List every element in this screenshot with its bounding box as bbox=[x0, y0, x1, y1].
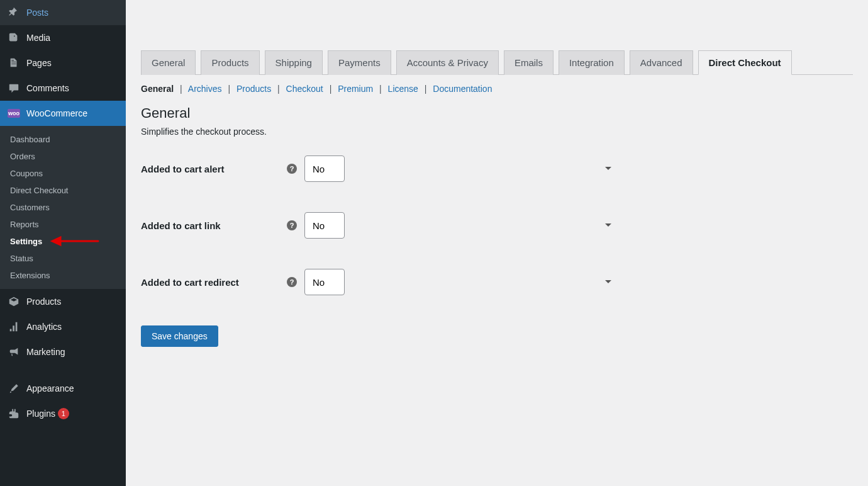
sidebar-item-label: Plugins bbox=[26, 409, 55, 419]
tab-products[interactable]: Products bbox=[201, 50, 259, 75]
field-label: Added to cart link bbox=[141, 220, 221, 231]
tab-payments[interactable]: Payments bbox=[328, 50, 391, 75]
sidebar-item-label: Media bbox=[26, 33, 50, 43]
field-label: Added to cart alert bbox=[141, 164, 225, 174]
field-added-to-cart-link: Added to cart link ? No bbox=[141, 212, 853, 239]
sidebar-item-marketing[interactable]: Marketing bbox=[0, 339, 126, 364]
subtab-documentation[interactable]: Documentation bbox=[433, 84, 492, 94]
sidebar-item-media[interactable]: Media bbox=[0, 25, 126, 50]
tab-accounts-privacy[interactable]: Accounts & Privacy bbox=[396, 50, 499, 75]
field-label: Added to cart redirect bbox=[141, 277, 239, 288]
submenu-item-status[interactable]: Status bbox=[0, 250, 126, 267]
tab-direct-checkout[interactable]: Direct Checkout bbox=[698, 50, 792, 75]
sidebar-item-analytics[interactable]: Analytics bbox=[0, 314, 126, 339]
tab-emails[interactable]: Emails bbox=[504, 50, 554, 75]
woo-icon: woo bbox=[8, 107, 20, 120]
sidebar-item-label: Analytics bbox=[26, 322, 62, 332]
field-added-to-cart-redirect: Added to cart redirect ? No bbox=[141, 269, 853, 295]
submenu-item-settings[interactable]: Settings bbox=[0, 233, 126, 250]
help-icon[interactable]: ? bbox=[287, 220, 297, 230]
submenu-item-direct-checkout[interactable]: Direct Checkout bbox=[0, 182, 126, 199]
sidebar-item-label: WooCommerce bbox=[26, 108, 87, 118]
submenu-item-label: Settings bbox=[10, 237, 42, 246]
annotation-arrow-settings bbox=[49, 235, 99, 247]
brush-icon bbox=[8, 382, 20, 395]
main-content: General Products Shipping Payments Accou… bbox=[126, 0, 868, 486]
sidebar-item-products[interactable]: Products bbox=[0, 289, 126, 314]
submenu-item-extensions[interactable]: Extensions bbox=[0, 267, 126, 284]
subtab-checkout[interactable]: Checkout bbox=[286, 84, 323, 94]
megaphone-icon bbox=[8, 346, 20, 358]
subtab-general[interactable]: General bbox=[141, 84, 174, 94]
subtab-license[interactable]: License bbox=[388, 84, 418, 94]
section-description: Simplifies the checkout process. bbox=[141, 127, 853, 137]
sidebar-item-woocommerce[interactable]: woo WooCommerce bbox=[0, 101, 126, 126]
submenu-item-coupons[interactable]: Coupons bbox=[0, 165, 126, 182]
pin-icon bbox=[8, 6, 20, 19]
admin-sidebar: Posts Media Pages Comments woo WooCommer… bbox=[0, 0, 126, 486]
sidebar-item-label: Appearance bbox=[26, 383, 74, 393]
submenu-item-orders[interactable]: Orders bbox=[0, 148, 126, 165]
added-to-cart-redirect-select[interactable]: No bbox=[304, 269, 345, 295]
sidebar-item-pages[interactable]: Pages bbox=[0, 50, 126, 76]
help-icon[interactable]: ? bbox=[287, 164, 297, 174]
subtab-products[interactable]: Products bbox=[236, 84, 271, 94]
sidebar-item-label: Comments bbox=[26, 83, 69, 93]
pages-icon bbox=[8, 57, 20, 69]
section-title: General bbox=[141, 105, 853, 122]
sidebar-item-label: Posts bbox=[26, 8, 48, 18]
sidebar-item-comments[interactable]: Comments bbox=[0, 76, 126, 101]
subtab-archives[interactable]: Archives bbox=[188, 84, 222, 94]
sidebar-item-plugins[interactable]: Plugins 1 bbox=[0, 401, 126, 426]
field-added-to-cart-alert: Added to cart alert ? No bbox=[141, 155, 853, 182]
submenu-item-customers[interactable]: Customers bbox=[0, 199, 126, 216]
subtab-premium[interactable]: Premium bbox=[338, 84, 373, 94]
save-button[interactable]: Save changes bbox=[141, 325, 218, 347]
comment-icon bbox=[8, 82, 20, 94]
submenu-item-reports[interactable]: Reports bbox=[0, 216, 126, 233]
submenu-item-dashboard[interactable]: Dashboard bbox=[0, 131, 126, 148]
plugins-update-badge: 1 bbox=[58, 408, 69, 419]
sidebar-item-posts[interactable]: Posts bbox=[0, 0, 126, 25]
media-icon bbox=[8, 31, 20, 44]
tab-advanced[interactable]: Advanced bbox=[630, 50, 693, 75]
tab-general[interactable]: General bbox=[141, 50, 196, 75]
analytics-icon bbox=[8, 320, 20, 333]
sidebar-item-label: Products bbox=[26, 297, 61, 307]
added-to-cart-alert-select[interactable]: No bbox=[304, 155, 345, 182]
help-icon[interactable]: ? bbox=[287, 277, 297, 287]
sidebar-item-label: Pages bbox=[26, 58, 52, 68]
settings-tabs: General Products Shipping Payments Accou… bbox=[141, 50, 853, 75]
added-to-cart-link-select[interactable]: No bbox=[304, 212, 345, 239]
sidebar-item-label: Marketing bbox=[26, 347, 65, 357]
box-icon bbox=[8, 295, 20, 308]
sidebar-item-appearance[interactable]: Appearance bbox=[0, 376, 126, 401]
settings-subtabs: General | Archives | Products | Checkout… bbox=[141, 84, 853, 94]
plugin-icon bbox=[8, 407, 20, 420]
woocommerce-submenu: Dashboard Orders Coupons Direct Checkout… bbox=[0, 126, 126, 289]
tab-shipping[interactable]: Shipping bbox=[265, 50, 323, 75]
tab-integration[interactable]: Integration bbox=[559, 50, 625, 75]
